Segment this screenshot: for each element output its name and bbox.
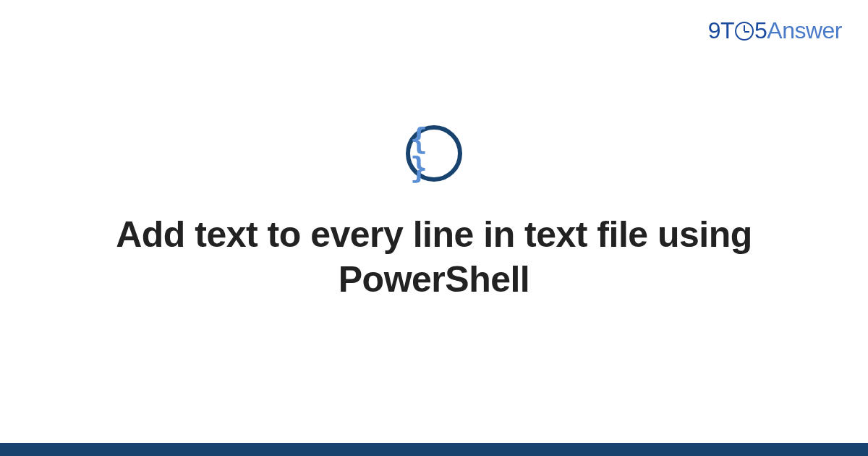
logo-text-5: 5 xyxy=(754,17,767,44)
site-logo: 9T 5 Answer xyxy=(708,17,842,44)
footer-bar xyxy=(0,443,868,456)
clock-icon xyxy=(735,22,754,41)
page-title: Add text to every line in text file usin… xyxy=(87,212,781,303)
code-icon-circle: { } xyxy=(406,125,462,182)
logo-text-answer: Answer xyxy=(767,17,842,44)
logo-text-9t: 9T xyxy=(708,17,734,44)
main-content: { } Add text to every line in text file … xyxy=(0,0,868,456)
code-braces-icon: { } xyxy=(410,124,458,182)
